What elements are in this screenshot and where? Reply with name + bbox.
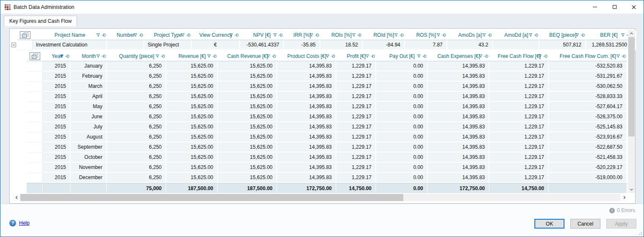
ok-button[interactable]: OK	[534, 219, 564, 229]
column-header-free-cash-flow-cum[interactable]: Free Cash Flow Cum. [€]	[549, 52, 627, 61]
cell[interactable]: 15,625.00	[218, 142, 277, 153]
filter-icon[interactable]	[181, 33, 185, 37]
cell[interactable]: 0.00	[376, 102, 428, 112]
cell[interactable]: 14,395.83	[277, 102, 336, 112]
cell[interactable]: 1,229.17	[336, 112, 376, 122]
cell[interactable]: 6,250	[107, 122, 166, 132]
cell[interactable]: -526,375.00	[549, 112, 627, 122]
cell[interactable]: 14,395.83	[428, 153, 490, 163]
cell[interactable]: 15,625.00	[166, 92, 218, 102]
cell[interactable]: 2015	[43, 163, 71, 173]
collapse-row-button[interactable]	[11, 43, 16, 47]
filter-icon[interactable]	[229, 33, 233, 37]
cell[interactable]: 2015	[43, 82, 71, 92]
row-header[interactable]	[27, 163, 43, 173]
pin-icon[interactable]	[487, 33, 492, 37]
cell[interactable]: 1,229.17	[336, 142, 376, 153]
cell[interactable]: January	[71, 61, 107, 71]
pin-icon[interactable]	[331, 54, 335, 58]
cell[interactable]: 15,625.00	[166, 61, 218, 71]
filter-icon[interactable]	[436, 33, 440, 37]
cell[interactable]: 1,229.17	[490, 92, 549, 102]
cell[interactable]: 2015	[43, 71, 71, 82]
tab-key-figures-and-cash-flow[interactable]: Key Figures and Cash Flow	[4, 16, 77, 26]
cell[interactable]: 6,250	[107, 173, 166, 183]
cell[interactable]: 6,250	[107, 82, 166, 92]
cell[interactable]: 1,229.17	[490, 82, 549, 92]
column-header-ber[interactable]: BER [€]	[586, 30, 632, 40]
cell[interactable]: -530,062.50	[549, 82, 627, 92]
cell[interactable]: 15,625.00	[218, 173, 277, 183]
pin-icon[interactable]	[315, 33, 319, 37]
cell[interactable]: 18.52	[320, 40, 363, 50]
row-header[interactable]	[27, 61, 43, 71]
cell[interactable]: December	[71, 173, 107, 183]
cell[interactable]: 1,229.17	[490, 142, 549, 153]
cell[interactable]: 15,625.00	[166, 153, 218, 163]
cell[interactable]: 1,229.17	[336, 61, 376, 71]
cell[interactable]: 15,625.00	[166, 142, 218, 153]
column-header-profit[interactable]: Profit [€]	[336, 52, 376, 61]
close-button[interactable]	[624, 0, 644, 14]
pin-icon[interactable]	[422, 54, 427, 58]
cell[interactable]: 2015	[43, 142, 71, 153]
column-header-amodd-a[interactable]: AmoDd [a]	[493, 30, 539, 40]
pin-icon[interactable]	[543, 54, 548, 58]
cell[interactable]: 1,229.17	[336, 122, 376, 132]
scroll-up-button[interactable]	[628, 30, 635, 37]
cell[interactable]: 15,625.00	[166, 122, 218, 132]
cell[interactable]: 1,229.17	[336, 102, 376, 112]
column-header-free-cash-flow[interactable]: Free Cash Flow [€]	[490, 52, 549, 61]
filter-icon[interactable]	[96, 54, 100, 58]
cell[interactable]: 15,625.00	[218, 122, 277, 132]
cell[interactable]: 15,625.00	[218, 153, 277, 163]
cell[interactable]: 6,250	[107, 132, 166, 142]
pin-icon[interactable]	[534, 33, 538, 37]
row-header[interactable]	[27, 71, 43, 82]
cell[interactable]: 0.00	[376, 112, 428, 122]
cell[interactable]: -532,520.83	[549, 61, 627, 71]
cell[interactable]: 2015	[43, 102, 71, 112]
filter-icon[interactable]	[616, 54, 620, 58]
pin-icon[interactable]	[622, 54, 626, 58]
pin-icon[interactable]	[484, 54, 488, 58]
cell[interactable]: 15,625.00	[166, 173, 218, 183]
cell[interactable]: 0.00	[376, 61, 428, 71]
cell[interactable]: 0.00	[376, 122, 428, 132]
pin-icon[interactable]	[139, 33, 143, 37]
cell[interactable]: 2015	[43, 173, 71, 183]
pin-icon[interactable]	[161, 54, 165, 58]
cell[interactable]: 14,395.83	[277, 122, 336, 132]
cell[interactable]: 1,229.17	[336, 173, 376, 183]
cell[interactable]: 1,269,531.2500	[586, 40, 632, 50]
cancel-button[interactable]: Cancel	[570, 219, 600, 229]
pin-icon[interactable]	[102, 33, 106, 37]
pin-icon[interactable]	[371, 54, 375, 58]
cell[interactable]: 15,625.00	[218, 82, 277, 92]
cell[interactable]: 14,395.83	[428, 112, 490, 122]
cell[interactable]: 2015	[43, 92, 71, 102]
filter-icon[interactable]	[325, 54, 330, 58]
maximize-button[interactable]	[605, 0, 624, 14]
cell[interactable]: 14,395.83	[428, 92, 490, 102]
horizontal-scrollbar[interactable]	[13, 194, 628, 201]
cell[interactable]: -522,687.50	[549, 142, 627, 153]
column-header-amods-a[interactable]: AmoDs [a]	[447, 30, 493, 40]
help-link[interactable]: Help	[19, 220, 30, 226]
filter-icon[interactable]	[60, 54, 64, 58]
cell[interactable]: 1,229.17	[490, 122, 549, 132]
cell[interactable]: October	[71, 153, 107, 163]
cell[interactable]: 0.00	[376, 82, 428, 92]
cell[interactable]: 6,250	[107, 71, 166, 82]
cell[interactable]: 1,229.17	[490, 61, 549, 71]
row-header[interactable]	[27, 132, 43, 142]
column-header-cash-revenue[interactable]: Cash Revenue [€]	[218, 52, 277, 61]
cell[interactable]: 15,625.00	[218, 112, 277, 122]
scroll-right-button[interactable]	[620, 194, 628, 201]
cell[interactable]	[493, 40, 539, 50]
field-chooser-button[interactable]	[30, 52, 40, 60]
cell[interactable]: 1,229.17	[336, 82, 376, 92]
cell[interactable]: 1,229.17	[336, 92, 376, 102]
pin-icon[interactable]	[212, 54, 217, 58]
resize-grip[interactable]	[638, 231, 642, 235]
